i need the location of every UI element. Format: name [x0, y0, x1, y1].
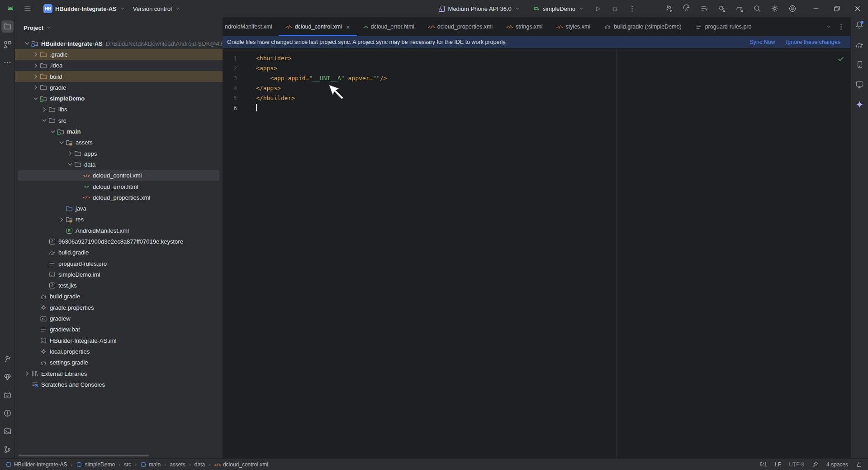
build-icon[interactable] [662, 2, 676, 15]
tree-item-main[interactable]: main [15, 126, 223, 137]
tree-chevron-icon[interactable] [49, 128, 57, 135]
file-encoding[interactable]: UTF-8 [789, 461, 804, 468]
tree-item-data[interactable]: data [15, 159, 223, 170]
tree-item-gradle.properties[interactable]: gradle.properties [15, 302, 223, 313]
app-insights-icon[interactable] [1, 371, 14, 383]
running-devices-icon[interactable] [854, 78, 866, 91]
window-close-button[interactable] [847, 0, 868, 17]
tree-item-dcloud_properties.xml[interactable]: </>dcloud_properties.xml [15, 192, 223, 203]
window-minimize-button[interactable] [806, 0, 826, 17]
tree-chevron-icon[interactable] [32, 51, 39, 58]
project-panel-title[interactable]: Project [24, 24, 43, 31]
tree-item-java[interactable]: java [15, 203, 223, 214]
debug-icon[interactable] [608, 2, 621, 15]
search-icon[interactable] [750, 2, 764, 15]
device-manager-icon[interactable] [854, 58, 866, 71]
main-menu-icon[interactable] [21, 2, 34, 15]
breadcrumb-item-HBuilder-Integrate-AS[interactable]: HBuilder-Integrate-AS [5, 461, 67, 468]
sync-now-link[interactable]: Sync Now [749, 39, 775, 45]
tree-item-src[interactable]: src [15, 115, 223, 126]
code-line-2[interactable]: 2<apps> [223, 63, 850, 73]
ignore-changes-link[interactable]: Ignore these changes [786, 39, 840, 45]
tab-ndroidManifest.xml[interactable]: ndroidManifest.xml [223, 17, 279, 36]
tree-item-gradle[interactable]: gradle [15, 82, 223, 93]
tree-chevron-icon[interactable] [40, 106, 48, 113]
logcat-icon[interactable] [1, 389, 14, 401]
window-restore-button[interactable] [826, 0, 847, 17]
gradle-sync-icon[interactable] [733, 2, 746, 15]
resources-icon[interactable] [1, 38, 14, 51]
tree-chevron-icon[interactable] [32, 95, 39, 102]
breadcrumb-item-assets[interactable]: assets [170, 461, 185, 468]
breadcrumb-item-data[interactable]: data [194, 461, 205, 468]
tree-item-test.jks[interactable]: ?test.jks [15, 280, 223, 291]
tree-item-AndroidManifest.xml[interactable]: MAndroidManifest.xml [15, 225, 223, 236]
tree-item-res[interactable]: res [15, 214, 223, 225]
tree-item-.idea[interactable]: .idea [15, 60, 223, 71]
account-icon[interactable] [786, 2, 799, 15]
breadcrumb-item-dcloud_control.xml[interactable]: </>dcloud_control.xml [214, 461, 268, 468]
tab-close-icon[interactable]: × [346, 24, 350, 30]
tree-chevron-icon[interactable] [23, 40, 31, 47]
tree-item-libs[interactable]: libs [15, 104, 223, 115]
project-selector[interactable]: HB HBuilder-Integrate-AS [40, 2, 129, 15]
tree-item-build[interactable]: build [15, 71, 223, 82]
unlock-icon[interactable] [856, 461, 863, 468]
tab-proguard-rules.pro[interactable]: proguard-rules.pro [688, 17, 759, 36]
tree-item-dcloud_control.xml[interactable]: </>dcloud_control.xml [18, 170, 219, 181]
tree-item-dcloud_error.html[interactable]: <>dcloud_error.html [15, 181, 223, 192]
project-tree-horizontal-scrollbar[interactable] [19, 455, 149, 456]
tab-styles.xml[interactable]: </>styles.xml [550, 17, 598, 36]
more-vertical-icon[interactable] [625, 2, 639, 15]
code-line-5[interactable]: 5</hbuilder> [223, 93, 850, 103]
tree-chevron-icon[interactable] [32, 73, 39, 80]
inspection-ok-icon[interactable] [837, 55, 844, 62]
build-variants-icon[interactable] [697, 2, 711, 15]
tree-item-HBuilder-Integrate-AS.iml[interactable]: HBuilder-Integrate-AS.iml [15, 335, 223, 346]
build-hammer-icon[interactable] [1, 353, 14, 365]
tree-item-.gradle[interactable]: .gradle [15, 49, 223, 60]
run-icon[interactable] [591, 2, 604, 15]
tab-dcloud_error.html[interactable]: <>dcloud_error.html [357, 17, 421, 36]
tab-list-chevron-icon[interactable] [825, 24, 832, 30]
breadcrumb-item-src[interactable]: src [124, 461, 131, 468]
tree-item-gradlew[interactable]: gradlew [15, 313, 223, 324]
tree-item-build.gradle[interactable]: build.gradle [15, 247, 223, 258]
indent-size[interactable]: 4 spaces [826, 461, 848, 468]
tab-dcloud_control.xml[interactable]: </>dcloud_control.xml× [279, 17, 357, 36]
refactor-icon[interactable]: A [680, 2, 693, 15]
tree-item-gradlew.bat[interactable]: gradlew.bat [15, 324, 223, 335]
tree-chevron-icon[interactable] [40, 117, 48, 124]
vcs-selector[interactable]: Version control [129, 2, 185, 15]
gradle-elephant-icon[interactable] [854, 38, 866, 51]
tree-item-Scratches-and-Consoles[interactable]: Scratches and Consoles [15, 379, 223, 390]
gemini-icon[interactable] [854, 98, 866, 110]
attach-debugger-icon[interactable] [715, 2, 729, 15]
tree-chevron-icon[interactable] [32, 62, 39, 69]
code-line-6[interactable]: 6 [223, 103, 850, 113]
chevron-down-icon[interactable] [46, 24, 52, 31]
pin-icon[interactable] [812, 461, 819, 468]
breadcrumb-item-simpleDemo[interactable]: simpleDemo [76, 461, 115, 468]
tree-chevron-icon[interactable] [57, 216, 65, 223]
line-ending[interactable]: LF [775, 461, 781, 468]
tree-item-96306a9271900d3e2ec8a877ff07019e.keystore[interactable]: ?96306a9271900d3e2ec8a877ff07019e.keysto… [15, 236, 223, 247]
tab-dcloud_properties.xml[interactable]: </>dcloud_properties.xml [421, 17, 499, 36]
code-line-4[interactable]: 4</apps> [223, 83, 850, 93]
device-selector[interactable]: Medium Phone API 36.0 [434, 2, 524, 15]
run-config-selector[interactable]: simpleDemo [529, 2, 588, 15]
code-editor[interactable]: 1<hbuilder>2<apps>3 <app appid="__UNI__A… [223, 48, 850, 458]
tab-strings.xml[interactable]: </>strings.xml [499, 17, 550, 36]
project-icon[interactable] [1, 20, 14, 33]
tree-chevron-icon[interactable] [23, 370, 31, 377]
notifications-icon[interactable] [854, 19, 866, 31]
tree-item-assets[interactable]: assets [15, 137, 223, 148]
tree-item-proguard-rules.pro[interactable]: proguard-rules.pro [15, 258, 223, 269]
version-control-icon[interactable] [1, 443, 14, 456]
tree-chevron-icon[interactable] [57, 139, 65, 146]
tree-item-External-Libraries[interactable]: External Libraries [15, 368, 223, 379]
tree-chevron-icon[interactable] [32, 84, 39, 91]
more-horizontal-icon[interactable] [1, 57, 14, 69]
tab-options-icon[interactable] [837, 23, 845, 31]
tree-item-local.properties[interactable]: local.properties [15, 346, 223, 357]
